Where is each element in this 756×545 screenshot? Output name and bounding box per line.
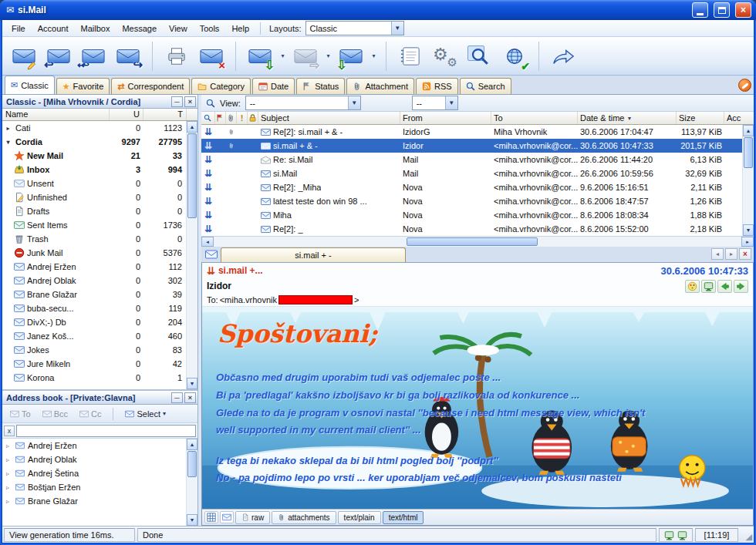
scroll-thumb[interactable]	[744, 137, 753, 168]
folder-row[interactable]: Korona 0 1	[2, 371, 197, 385]
flag-column-header[interactable]	[215, 112, 226, 124]
panel-minimize-button[interactable]: ─	[171, 392, 183, 403]
unread-column-header[interactable]: U	[110, 109, 143, 120]
scroll-down-button[interactable]: ▼	[743, 224, 754, 236]
address-row[interactable]: ▹ Andrej Šetina	[2, 466, 197, 480]
address-list-scrollbar[interactable]: ▲ ▼	[186, 439, 197, 526]
search-button[interactable]	[463, 39, 497, 73]
print-button[interactable]	[160, 39, 194, 73]
panel-close-button[interactable]: ×	[184, 392, 196, 403]
expander-icon[interactable]: ▹	[2, 498, 13, 505]
previous-message-button[interactable]: ◂	[711, 248, 724, 260]
tab-classic[interactable]: ✉ Classic	[5, 76, 55, 94]
send-receive-dropdown-button[interactable]: ▾	[369, 39, 379, 73]
message-info-button[interactable]	[220, 511, 234, 523]
zoom-column-header[interactable]	[201, 112, 215, 124]
account-column-header[interactable]: Acc	[724, 112, 754, 124]
menu-file[interactable]: File	[5, 22, 32, 35]
scroll-left-button[interactable]: ◂	[201, 237, 214, 247]
folder-row[interactable]: Unfinished 0 0	[2, 190, 197, 204]
menu-view[interactable]: View	[163, 22, 194, 35]
previous-button[interactable]	[717, 280, 732, 293]
folder-row[interactable]: Janez Koš... 0 460	[2, 329, 197, 343]
folder-row[interactable]: buba-secu... 0 119	[2, 301, 197, 315]
preview-tab[interactable]: si.mail + -	[221, 247, 406, 262]
expander-icon[interactable]: ▹	[2, 470, 13, 477]
reply-all-button[interactable]: ↩↩	[76, 39, 110, 73]
folder-row[interactable]: Junk Mail 0 5376	[2, 246, 197, 260]
tab-category[interactable]: Category	[191, 78, 251, 94]
expander-icon[interactable]: ▾	[2, 139, 14, 146]
tab-text-html[interactable]: text/html	[383, 511, 424, 524]
tab-attachments[interactable]: attachments	[272, 511, 336, 524]
tab-favorite[interactable]: ★ Favorite	[56, 78, 110, 94]
source-grid-button[interactable]	[204, 511, 218, 523]
tab-status[interactable]: Status	[296, 78, 345, 94]
close-button[interactable]: ×	[735, 2, 751, 18]
scroll-thumb[interactable]	[187, 451, 197, 477]
priority-column-header[interactable]: !	[237, 112, 248, 124]
expander-icon[interactable]: ▸	[2, 125, 14, 132]
address-filter-input[interactable]	[16, 425, 196, 437]
to-column-header[interactable]: To	[491, 112, 578, 124]
address-row[interactable]: ▹ Andrej Oblak	[2, 452, 197, 466]
tab-text-plain[interactable]: text/plain	[338, 511, 381, 524]
clear-filter-button[interactable]: x	[4, 426, 15, 436]
expander-icon[interactable]: ▹	[2, 484, 13, 491]
expander-icon[interactable]: ▹	[2, 442, 13, 449]
view-in-browser-button[interactable]	[701, 280, 716, 293]
settings-button[interactable]: ⚙ ⚙	[428, 39, 462, 73]
security-column-header[interactable]	[248, 112, 258, 124]
menu-help[interactable]: Help	[225, 22, 255, 35]
folder-row[interactable]: New Mail 21 33	[2, 149, 197, 163]
folder-row[interactable]: Trash 0 0	[2, 232, 197, 246]
next-message-button[interactable]: ▸	[725, 248, 737, 260]
folder-tree-scrollbar[interactable]: ▲ ▼	[186, 121, 197, 389]
select-button[interactable]: Select ▾	[120, 408, 170, 420]
menu-account[interactable]: Account	[32, 22, 75, 35]
folder-row[interactable]: Inbox 3 994	[2, 163, 197, 177]
from-column-header[interactable]: From	[400, 112, 491, 124]
view-filter-combobox[interactable]: -- ▼	[245, 96, 361, 110]
address-book-header[interactable]: Address book - [Private:Glavna] ─ ×	[2, 391, 197, 405]
message-row[interactable]: ⇊ si.Mail Mail <miha.vrhovnik@cor... 26.…	[201, 167, 754, 180]
size-column-header[interactable]: Size	[677, 112, 724, 124]
bcc-button[interactable]: Bcc	[38, 408, 73, 420]
resize-grip[interactable]: ◢	[741, 528, 752, 542]
address-row[interactable]: ▹ Boštjan Eržen	[2, 480, 197, 494]
panel-minimize-button[interactable]: ─	[171, 96, 183, 107]
menu-tools[interactable]: Tools	[194, 22, 226, 35]
send-dropdown-button[interactable]: ▾	[323, 39, 333, 73]
folder-row[interactable]: Brane Glažar 0 39	[2, 288, 197, 301]
tab-rss[interactable]: RSS	[416, 78, 458, 94]
chevron-down-icon[interactable]: ▼	[445, 96, 457, 109]
folder-row[interactable]: Andrej Eržen 0 112	[2, 260, 197, 274]
folder-panel-header[interactable]: Classic - [Miha Vrhovnik / Cordia] ─ ×	[2, 95, 197, 109]
scroll-thumb[interactable]	[187, 133, 197, 218]
folder-row[interactable]: Unsent 0 0	[2, 177, 197, 190]
folder-row[interactable]: DivX;-) Db 0 204	[2, 315, 197, 329]
address-row[interactable]: ▹ Brane Glažar	[2, 494, 197, 508]
scroll-up-button[interactable]: ▲	[743, 125, 754, 136]
folder-row[interactable]: Andrej Oblak 0 302	[2, 274, 197, 288]
tab-attachment[interactable]: Attachment	[346, 78, 414, 94]
new-message-button[interactable]	[7, 39, 41, 73]
expander-icon[interactable]: ▹	[2, 456, 13, 463]
message-row[interactable]: ⇊ Miha Nova <miha.vrhovnik@cor... 8.6.20…	[201, 208, 754, 222]
tab-raw[interactable]: raw	[235, 511, 270, 524]
chevron-down-icon[interactable]: ▼	[348, 96, 360, 109]
folder-row[interactable]: ▸ Cati 0 1123	[2, 121, 197, 135]
scroll-thumb[interactable]	[407, 237, 538, 246]
cc-button[interactable]: Cc	[75, 408, 106, 420]
send-mail-button[interactable]: ⇨	[289, 39, 322, 73]
folder-row[interactable]: ▾ Cordia 9297 27795	[2, 135, 197, 149]
emoticons-button[interactable]	[685, 280, 700, 293]
offline-status-icon[interactable]	[738, 79, 751, 92]
redirect-button[interactable]	[546, 39, 580, 73]
next-button[interactable]	[734, 280, 748, 293]
folder-row[interactable]: Drafts 0 0	[2, 204, 197, 218]
message-list-scrollbar[interactable]: ▲ ▼	[742, 125, 754, 236]
address-row[interactable]: ▹ Andrej Eržen	[2, 439, 197, 452]
menu-message[interactable]: Message	[116, 22, 163, 35]
chevron-down-icon[interactable]: ▼	[391, 22, 403, 35]
